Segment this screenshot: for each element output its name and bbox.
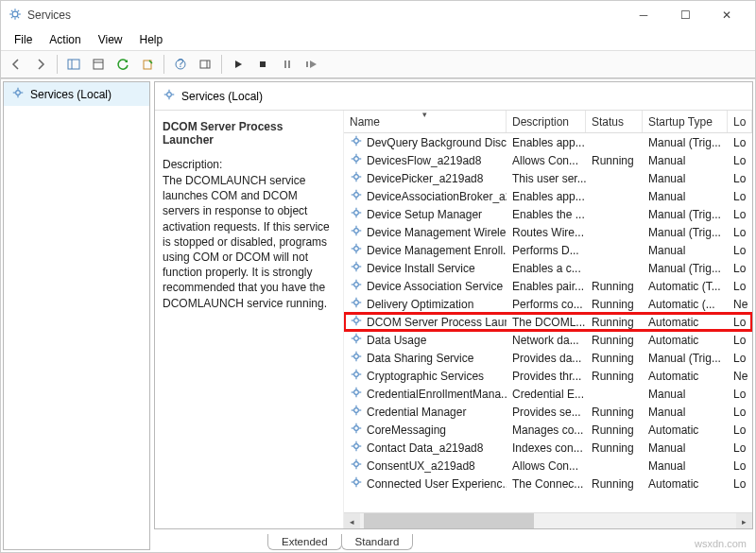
stop-service-button[interactable] bbox=[251, 53, 274, 76]
cell-name: Device Setup Manager bbox=[344, 206, 507, 222]
service-row[interactable]: Cryptographic ServicesProvides thr...Run… bbox=[344, 367, 752, 385]
service-row[interactable]: Data Sharing ServiceProvides da...Runnin… bbox=[344, 349, 752, 367]
titlebar[interactable]: Services ─ ☐ ✕ bbox=[1, 1, 755, 29]
menu-view[interactable]: View bbox=[91, 31, 130, 48]
restart-service-button[interactable] bbox=[301, 53, 323, 76]
svg-point-67 bbox=[354, 265, 359, 269]
tree-item-services-local[interactable]: Services (Local) bbox=[4, 82, 149, 106]
cell-logon: Lo bbox=[728, 316, 752, 329]
forward-button[interactable] bbox=[29, 53, 52, 76]
service-row[interactable]: DevicePicker_a219ad8This user ser...Manu… bbox=[344, 169, 752, 187]
cell-name: DevicePicker_a219ad8 bbox=[344, 170, 507, 186]
service-icon bbox=[350, 260, 363, 276]
cell-logon: Lo bbox=[728, 262, 752, 275]
svg-point-0 bbox=[12, 11, 18, 17]
selected-service-title: DCOM Server Process Launcher bbox=[163, 120, 335, 147]
service-icon bbox=[350, 314, 363, 330]
maximize-button[interactable]: ☐ bbox=[664, 2, 706, 28]
toolbar: ? bbox=[1, 50, 755, 78]
close-button[interactable]: ✕ bbox=[706, 2, 747, 28]
tab-extended[interactable]: Extended bbox=[267, 534, 342, 550]
show-hide-tree-button[interactable] bbox=[62, 53, 85, 76]
service-row[interactable]: Contact Data_a219ad8Indexes con...Runnin… bbox=[344, 439, 752, 457]
column-description[interactable]: Description bbox=[507, 111, 586, 132]
service-row[interactable]: Data UsageNetwork da...RunningAutomaticL… bbox=[344, 331, 752, 349]
service-row[interactable]: DeviceAssociationBroker_a2...Enables app… bbox=[344, 187, 752, 205]
cell-description: Manages co... bbox=[507, 423, 586, 437]
service-row[interactable]: Device Install ServiceEnables a c...Manu… bbox=[344, 259, 752, 277]
svg-point-127 bbox=[354, 480, 359, 485]
tab-standard[interactable]: Standard bbox=[341, 534, 414, 550]
pause-service-button[interactable] bbox=[276, 53, 299, 76]
service-row[interactable]: Device Association ServiceEnables pair..… bbox=[344, 277, 752, 295]
cell-name: DeviceAssociationBroker_a2... bbox=[344, 188, 507, 204]
list-header: Services (Local) bbox=[155, 82, 752, 111]
svg-point-87 bbox=[354, 337, 359, 341]
cell-startup: Manual bbox=[643, 244, 728, 257]
refresh-button[interactable] bbox=[112, 53, 134, 76]
column-logon[interactable]: Lo bbox=[728, 111, 752, 132]
svg-point-37 bbox=[354, 157, 359, 162]
service-icon bbox=[350, 206, 363, 222]
export-button[interactable] bbox=[136, 53, 159, 76]
start-service-button[interactable] bbox=[227, 53, 249, 76]
cell-description: Performs co... bbox=[507, 298, 586, 311]
scroll-right-icon[interactable]: ▸ bbox=[736, 513, 752, 528]
svg-point-52 bbox=[354, 211, 359, 216]
minimize-button[interactable]: ─ bbox=[623, 2, 664, 28]
service-icon bbox=[350, 332, 363, 348]
window-title: Services bbox=[27, 9, 623, 22]
service-row[interactable]: DevicesFlow_a219ad8Allows Con...RunningM… bbox=[344, 151, 752, 169]
menu-action[interactable]: Action bbox=[42, 31, 88, 48]
cell-startup: Manual bbox=[643, 406, 728, 419]
toolbar-divider bbox=[221, 55, 222, 74]
cell-logon: Lo bbox=[728, 136, 752, 149]
scroll-thumb[interactable] bbox=[364, 513, 534, 528]
cell-logon: Lo bbox=[728, 423, 752, 437]
column-startup-type[interactable]: Startup Type bbox=[643, 111, 728, 132]
svg-rect-16 bbox=[200, 60, 210, 68]
help-button[interactable]: ? bbox=[169, 53, 192, 76]
service-row[interactable]: CoreMessagingManages co...RunningAutomat… bbox=[344, 421, 752, 439]
cell-description: Provides thr... bbox=[507, 370, 586, 383]
svg-rect-9 bbox=[68, 60, 79, 69]
cell-startup: Automatic bbox=[643, 423, 728, 437]
cell-description: Enables the ... bbox=[507, 208, 586, 221]
cell-name: Device Association Service bbox=[344, 278, 507, 294]
cell-name: Data Usage bbox=[344, 332, 507, 348]
service-row[interactable]: ConsentUX_a219ad8Allows Con...ManualLo bbox=[344, 457, 752, 475]
cell-status: Running bbox=[586, 280, 643, 293]
cell-startup: Automatic bbox=[643, 370, 728, 383]
scroll-left-icon[interactable]: ◂ bbox=[344, 513, 360, 528]
service-row[interactable]: DevQuery Background Disc...Enables app..… bbox=[344, 133, 752, 151]
service-row[interactable]: Connected User Experienc...The Connec...… bbox=[344, 475, 752, 493]
back-button[interactable] bbox=[5, 53, 27, 76]
svg-point-122 bbox=[354, 462, 359, 467]
cell-startup: Manual (Trig... bbox=[643, 262, 728, 275]
svg-rect-20 bbox=[288, 60, 290, 68]
service-row[interactable]: DCOM Server Process Laun...The DCOML...R… bbox=[344, 313, 752, 331]
menu-help[interactable]: Help bbox=[132, 31, 171, 48]
service-icon bbox=[350, 152, 363, 168]
service-row[interactable]: Device Management Wirele...Routes Wire..… bbox=[344, 223, 752, 241]
service-row[interactable]: Device Setup ManagerEnables the ...Manua… bbox=[344, 205, 752, 223]
cell-description: Provides se... bbox=[507, 406, 586, 419]
column-name[interactable]: Name▾ bbox=[344, 111, 507, 132]
cell-name: Contact Data_a219ad8 bbox=[344, 440, 507, 456]
service-row[interactable]: Delivery OptimizationPerforms co...Runni… bbox=[344, 295, 752, 313]
menu-file[interactable]: File bbox=[7, 31, 40, 48]
column-status[interactable]: Status bbox=[586, 111, 643, 132]
cell-logon: Lo bbox=[728, 352, 752, 365]
service-row[interactable]: Credential ManagerProvides se...RunningM… bbox=[344, 403, 752, 421]
column-headers: Name▾ Description Status Startup Type Lo bbox=[344, 111, 752, 133]
properties-button[interactable] bbox=[87, 53, 110, 76]
service-row[interactable]: Device Management Enroll...Performs D...… bbox=[344, 241, 752, 259]
tree-pane[interactable]: Services (Local) bbox=[3, 81, 150, 550]
action-pane-button[interactable] bbox=[194, 53, 216, 76]
service-icon bbox=[350, 170, 363, 186]
service-rows[interactable]: DevQuery Background Disc...Enables app..… bbox=[344, 133, 752, 512]
horizontal-scrollbar[interactable]: ◂ ▸ bbox=[344, 512, 752, 528]
cell-logon: Lo bbox=[728, 334, 752, 347]
service-icon bbox=[350, 278, 363, 294]
service-row[interactable]: CredentialEnrollmentMana...Credential E.… bbox=[344, 385, 752, 403]
